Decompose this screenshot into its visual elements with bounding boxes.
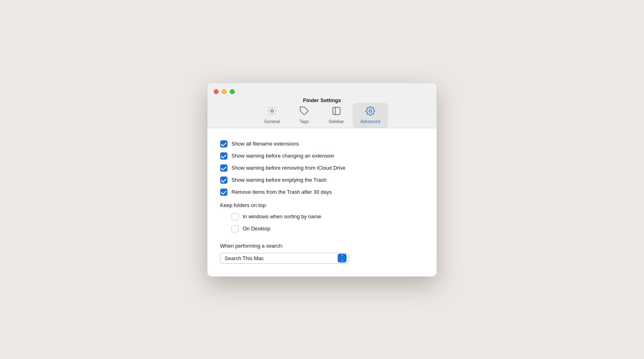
- checkbox-label-warn-icloud: Show warning before removing from iCloud…: [231, 165, 345, 171]
- tab-general[interactable]: General: [256, 103, 288, 128]
- checkbox-warn-icloud[interactable]: [220, 164, 227, 172]
- maximize-button[interactable]: [230, 89, 235, 94]
- checkbox-warn-trash[interactable]: [220, 176, 227, 184]
- tab-general-label: General: [264, 119, 280, 124]
- tab-sidebar-label: Sidebar: [329, 119, 344, 124]
- checkbox-remove-trash[interactable]: [220, 189, 227, 196]
- titlebar: Finder Settings General: [207, 83, 437, 128]
- checkbox-row-warn-icloud[interactable]: Show warning before removing from iCloud…: [220, 162, 424, 174]
- checkbox-row-folders-desktop[interactable]: On Desktop: [231, 223, 424, 235]
- checkbox-row-warn-trash[interactable]: Show warning before emptying the Trash: [220, 174, 424, 186]
- advanced-icon: [365, 106, 375, 117]
- window-title: Finder Settings: [303, 97, 341, 103]
- tab-tags-label: Tags: [299, 119, 309, 124]
- close-button[interactable]: [214, 89, 219, 94]
- general-icon: [267, 106, 277, 117]
- checkbox-show-extensions[interactable]: [220, 140, 227, 148]
- svg-rect-2: [333, 107, 340, 115]
- tabs-bar: General Tags: [214, 103, 430, 128]
- finder-settings-window: Finder Settings General: [207, 83, 437, 277]
- checkbox-warn-extension[interactable]: [220, 152, 227, 160]
- checkbox-folders-windows[interactable]: [231, 213, 239, 220]
- tags-icon: [299, 106, 309, 117]
- minimize-button[interactable]: [222, 89, 227, 94]
- checkbox-label-warn-trash: Show warning before emptying the Trash: [231, 177, 326, 183]
- content-area: Show all filename extensions Show warnin…: [207, 128, 437, 277]
- tab-sidebar[interactable]: Sidebar: [320, 103, 353, 128]
- search-select-wrapper: Search This Mac Search the Current Folde…: [220, 253, 349, 264]
- keep-folders-label: Keep folders on top:: [220, 202, 424, 208]
- search-select[interactable]: Search This Mac Search the Current Folde…: [220, 253, 349, 264]
- checkbox-label-warn-extension: Show warning before changing an extensio…: [231, 153, 334, 159]
- traffic-lights: [214, 89, 235, 94]
- checkbox-folders-desktop[interactable]: [231, 225, 239, 232]
- search-section: When performing a search: Search This Ma…: [220, 243, 424, 264]
- sub-checkboxes: In windows when sorting by name On Deskt…: [231, 211, 424, 235]
- svg-point-0: [271, 110, 273, 112]
- tab-advanced[interactable]: Advanced: [353, 103, 388, 128]
- titlebar-top: Finder Settings: [214, 89, 430, 103]
- checkbox-row-folders-windows[interactable]: In windows when sorting by name: [231, 211, 424, 223]
- checkbox-row-show-extensions[interactable]: Show all filename extensions: [220, 138, 424, 150]
- sidebar-icon: [332, 106, 341, 117]
- checkbox-row-remove-trash[interactable]: Remove items from the Trash after 30 day…: [220, 186, 424, 198]
- tab-advanced-label: Advanced: [361, 119, 380, 124]
- tab-tags[interactable]: Tags: [288, 103, 320, 128]
- search-section-label: When performing a search:: [220, 243, 424, 249]
- checkbox-row-warn-extension[interactable]: Show warning before changing an extensio…: [220, 150, 424, 162]
- checkbox-label-show-extensions: Show all filename extensions: [231, 141, 299, 147]
- checkbox-label-remove-trash: Remove items from the Trash after 30 day…: [231, 189, 332, 195]
- checkbox-label-folders-desktop: On Desktop: [243, 226, 270, 232]
- svg-point-4: [369, 110, 372, 112]
- settings-list: Show all filename extensions Show warnin…: [220, 138, 424, 198]
- checkbox-label-folders-windows: In windows when sorting by name: [243, 213, 321, 220]
